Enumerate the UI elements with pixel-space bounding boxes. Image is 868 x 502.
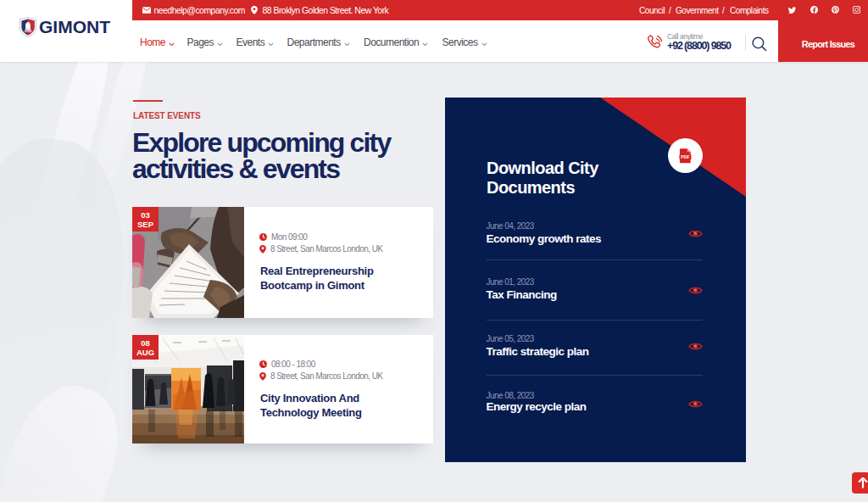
svg-text:PDF: PDF	[681, 154, 690, 159]
